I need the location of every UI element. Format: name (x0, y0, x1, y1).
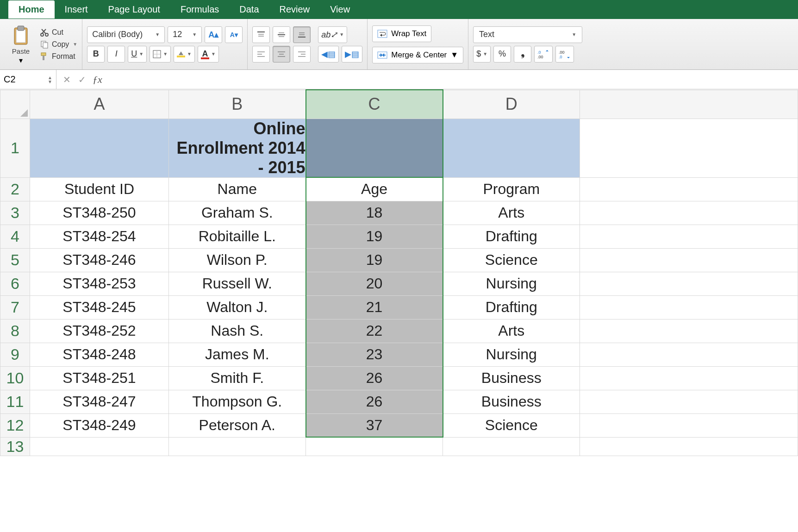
cell[interactable]: ST348-253 (30, 272, 169, 295)
cell[interactable]: Student ID (30, 177, 169, 201)
cell[interactable] (580, 343, 798, 366)
tab-view[interactable]: View (320, 0, 360, 19)
decrease-decimal-button[interactable]: .00.0 (555, 46, 574, 63)
cell[interactable]: ST348-247 (30, 390, 169, 413)
cell[interactable]: Business (443, 390, 580, 413)
cell[interactable] (169, 437, 306, 456)
col-header-e[interactable] (580, 90, 798, 119)
percent-button[interactable]: % (493, 46, 511, 63)
row-header[interactable]: 12 (0, 413, 30, 437)
font-color-button[interactable]: A ▼ (198, 46, 219, 63)
align-bottom-button[interactable] (293, 26, 311, 43)
cell[interactable] (580, 248, 798, 272)
row-header[interactable]: 1 (0, 119, 30, 177)
decrease-indent-button[interactable]: ◀▤ (318, 46, 339, 63)
name-box[interactable]: C2 ▲▼ (0, 70, 56, 89)
wrap-text-button[interactable]: Wrap Text (372, 25, 431, 42)
cell[interactable]: Thompson G. (169, 390, 306, 413)
number-format-dropdown[interactable]: Text▼ (473, 26, 582, 43)
increase-decimal-button[interactable]: .0.00 (534, 46, 553, 63)
cell[interactable]: 19 (306, 248, 443, 272)
cell[interactable] (580, 272, 798, 295)
col-header-b[interactable]: B (169, 90, 306, 119)
cell[interactable]: 20 (306, 272, 443, 295)
tab-review[interactable]: Review (269, 0, 320, 19)
row-header[interactable]: 5 (0, 248, 30, 272)
select-all-corner[interactable] (0, 90, 30, 119)
title-cell-a[interactable] (30, 119, 169, 177)
cell[interactable]: Peterson A. (169, 413, 306, 437)
cell[interactable] (580, 319, 798, 343)
cell[interactable]: 23 (306, 343, 443, 366)
cell[interactable]: ST348-252 (30, 319, 169, 343)
chevron-down-icon[interactable]: ▾ (19, 56, 23, 65)
cell[interactable] (580, 177, 798, 201)
cell[interactable]: Arts (443, 201, 580, 225)
tab-data[interactable]: Data (229, 0, 269, 19)
bold-button[interactable]: B (87, 46, 105, 63)
cell[interactable]: Walton J. (169, 295, 306, 319)
row-header[interactable]: 2 (0, 177, 30, 201)
row-header[interactable]: 4 (0, 225, 30, 248)
row-header[interactable]: 9 (0, 343, 30, 366)
cell[interactable]: Russell W. (169, 272, 306, 295)
cell[interactable]: 22 (306, 319, 443, 343)
cell[interactable]: ST348-254 (30, 225, 169, 248)
decrease-font-button[interactable]: A▾ (225, 26, 243, 43)
align-top-button[interactable] (252, 26, 270, 43)
cell[interactable] (30, 437, 169, 456)
italic-button[interactable]: I (107, 46, 125, 63)
col-header-c[interactable]: C (306, 90, 443, 119)
enter-icon[interactable]: ✓ (78, 74, 86, 85)
col-header-a[interactable]: A (30, 90, 169, 119)
cell[interactable]: Drafting (443, 295, 580, 319)
title-cell-c[interactable] (306, 119, 443, 177)
cell[interactable]: Drafting (443, 225, 580, 248)
tab-insert[interactable]: Insert (55, 0, 98, 19)
cell[interactable]: James M. (169, 343, 306, 366)
tab-home[interactable]: Home (8, 0, 55, 19)
cell[interactable]: 21 (306, 295, 443, 319)
cell[interactable]: 26 (306, 366, 443, 390)
tab-pagelayout[interactable]: Page Layout (98, 0, 170, 19)
grid[interactable]: A B C D 1 Online Enrollment 2014 - 2015 … (0, 89, 798, 456)
cell[interactable] (443, 437, 580, 456)
borders-button[interactable]: ▼ (150, 46, 171, 63)
font-name-dropdown[interactable]: Calibri (Body)▼ (87, 26, 165, 43)
underline-button[interactable]: U▼ (128, 46, 147, 63)
paste-button[interactable]: Paste ▾ (7, 24, 34, 65)
chevron-down-icon[interactable]: ▼ (450, 50, 458, 60)
cell[interactable] (580, 437, 798, 456)
cell[interactable] (580, 225, 798, 248)
cell[interactable]: ST348-251 (30, 366, 169, 390)
row-header[interactable]: 13 (0, 437, 30, 456)
orientation-button[interactable]: ab⤢▼ (318, 26, 347, 43)
format-painter-button[interactable]: Format (40, 52, 77, 61)
currency-button[interactable]: $▼ (473, 46, 491, 63)
increase-indent-button[interactable]: ▶▤ (342, 46, 362, 63)
merge-center-button[interactable]: Merge & Center ▼ (372, 47, 463, 63)
cell[interactable] (580, 366, 798, 390)
cell[interactable] (580, 390, 798, 413)
cell[interactable]: Arts (443, 319, 580, 343)
col-header-d[interactable]: D (443, 90, 580, 119)
active-cell[interactable]: Age (306, 177, 443, 201)
cell[interactable]: Nash S. (169, 319, 306, 343)
cell[interactable] (580, 201, 798, 225)
align-left-button[interactable] (252, 46, 270, 63)
cell[interactable]: 37 (306, 413, 443, 437)
cancel-icon[interactable]: ✕ (63, 74, 71, 85)
font-size-dropdown[interactable]: 12▼ (168, 26, 202, 43)
cell[interactable]: Wilson P. (169, 248, 306, 272)
cell[interactable]: ST348-245 (30, 295, 169, 319)
cell[interactable]: 26 (306, 390, 443, 413)
tab-formulas[interactable]: Formulas (170, 0, 229, 19)
cell[interactable]: Nursing (443, 343, 580, 366)
name-box-spinner[interactable]: ▲▼ (48, 75, 52, 84)
cell[interactable]: ST348-248 (30, 343, 169, 366)
formula-input[interactable] (107, 70, 798, 89)
increase-font-button[interactable]: A▴ (205, 26, 222, 43)
cell[interactable] (306, 437, 443, 456)
cell[interactable]: Smith F. (169, 366, 306, 390)
align-middle-button[interactable] (273, 26, 290, 43)
